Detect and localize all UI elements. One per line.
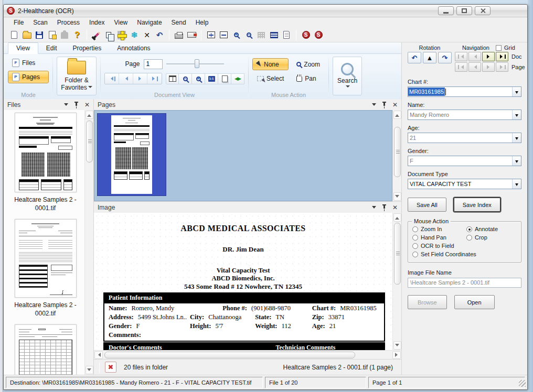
open-button[interactable]: Open (454, 295, 495, 309)
name-dropdown-icon[interactable] (512, 110, 521, 119)
zoom-out-icon[interactable]: − (242, 29, 255, 41)
notes-icon[interactable] (280, 29, 293, 41)
radio-ocr-to-field[interactable]: OCR to Field (412, 243, 454, 249)
actual-size-icon[interactable]: 1:1 (205, 73, 218, 84)
page-number-input[interactable] (144, 59, 163, 69)
name-combobox[interactable]: Mandy Romero (408, 110, 521, 120)
radio-hand-pan[interactable]: Hand Pan (412, 234, 466, 241)
last-doc-button[interactable] (496, 52, 508, 61)
menu-scan[interactable]: Scan (28, 18, 52, 27)
pages-mode-button[interactable]: P Pages (8, 71, 49, 83)
menu-navigate[interactable]: Navigate (132, 18, 166, 27)
panel-menu-icon[interactable] (64, 103, 68, 108)
tab-edit[interactable]: Edit (38, 43, 65, 53)
radio-set-field-coordinates[interactable]: Set Field Coordinates (412, 251, 476, 257)
scrollbar-thumb[interactable] (394, 223, 401, 285)
chart-combobox[interactable]: MR03161985 (408, 86, 521, 97)
grid-checkbox[interactable] (496, 45, 502, 51)
radio-crop[interactable]: Crop (466, 234, 487, 241)
menu-index[interactable]: Index (84, 18, 109, 27)
zoom-in-icon[interactable]: + (230, 29, 242, 41)
mouse-none-button[interactable]: None (252, 58, 289, 70)
next-doc-button[interactable] (482, 52, 495, 61)
selected-page-thumbnail[interactable] (97, 113, 166, 196)
zoom-out-view-icon[interactable]: − (179, 73, 192, 84)
merge-split-icon[interactable] (115, 29, 128, 41)
maximize-button[interactable] (456, 6, 472, 15)
first-doc-button[interactable] (455, 52, 467, 61)
first-page-nav-button[interactable] (455, 62, 467, 72)
properties-icon[interactable] (46, 29, 58, 41)
pages-scrollbar[interactable] (392, 110, 401, 201)
mouse-select-button[interactable]: Select (252, 72, 289, 84)
index-fields-icon[interactable] (268, 29, 280, 41)
age-dropdown-icon[interactable] (512, 133, 521, 143)
file-item-3[interactable] (7, 324, 83, 375)
ocr-pen-icon[interactable] (90, 29, 103, 41)
help-icon[interactable] (71, 29, 83, 41)
file-thumbnail[interactable] (15, 113, 77, 192)
gender-dropdown-icon[interactable] (512, 156, 521, 166)
rotate-flip-button[interactable]: ▲ (423, 52, 436, 63)
rotate-right-button[interactable]: ↷ (438, 52, 452, 63)
scroll-up-icon[interactable] (86, 111, 93, 119)
menu-help[interactable]: Help (191, 18, 214, 27)
menu-send[interactable]: Send (167, 18, 191, 27)
panel-menu-icon[interactable] (372, 206, 376, 211)
previous-page-nav-button[interactable] (468, 62, 481, 72)
pin-icon[interactable] (382, 102, 387, 107)
search-button[interactable]: Search (333, 57, 362, 95)
scroll-down-icon[interactable] (393, 192, 401, 201)
fit-width-icon[interactable] (217, 29, 230, 41)
copy-icon[interactable] (103, 29, 115, 41)
scrollbar-thumb[interactable] (394, 127, 401, 177)
last-page-button[interactable] (147, 73, 162, 84)
save-index-button[interactable]: Save Index (454, 198, 500, 212)
fit-page-view-icon[interactable] (218, 73, 231, 84)
close-button[interactable] (475, 6, 491, 15)
scroll-up-icon[interactable] (393, 213, 401, 222)
send-mail-icon[interactable] (185, 29, 198, 41)
tab-view[interactable]: View (8, 42, 38, 54)
slider-thumb[interactable] (195, 59, 199, 68)
close-panel-icon[interactable] (84, 102, 90, 107)
undo-icon[interactable] (153, 29, 166, 41)
menu-process[interactable]: Process (52, 18, 84, 27)
doctype-dropdown-icon[interactable] (512, 179, 521, 189)
menu-file[interactable]: File (9, 18, 28, 27)
first-page-button[interactable] (105, 73, 119, 84)
mouse-zoom-button[interactable]: Zoom (292, 58, 325, 70)
file-item-2[interactable]: Healtcare Samples 2 - 0002.tif (7, 219, 83, 322)
zoom-slider[interactable] (166, 59, 224, 69)
resize-grip[interactable] (519, 380, 526, 387)
tab-properties[interactable]: Properties (65, 43, 109, 53)
save-icon[interactable] (33, 29, 46, 41)
print-icon[interactable] (173, 29, 185, 41)
freeze-icon[interactable] (128, 29, 141, 41)
chart-dropdown-icon[interactable] (512, 87, 521, 96)
gender-combobox[interactable]: F (408, 156, 521, 166)
file-thumbnail[interactable] (15, 219, 77, 298)
previous-doc-button[interactable] (468, 52, 481, 61)
simpleindex-stop-icon[interactable]: S (312, 29, 325, 41)
previous-page-button[interactable] (119, 73, 133, 84)
scroll-up-icon[interactable] (393, 111, 401, 119)
scroll-down-icon[interactable] (86, 366, 93, 374)
minimize-button[interactable] (438, 6, 454, 15)
file-item-1[interactable]: Healtcare Samples 2 - 0001.tif (7, 113, 83, 217)
scrollbar-thumb[interactable] (86, 121, 93, 162)
split-view-icon[interactable] (166, 73, 179, 84)
document-image-view[interactable]: ABCD MEDICAL ASSOCIATES DR. Jim Dean Vit… (94, 213, 392, 350)
doctype-combobox[interactable]: VITAL CAPACITY TEST (408, 179, 521, 189)
radio-annotate[interactable]: Annotate (466, 226, 498, 232)
files-scrollbar[interactable] (84, 110, 93, 375)
image-file-name-input[interactable]: \Healtcare Samples 2 - 0001.tif (408, 278, 521, 288)
fit-width-view-icon[interactable]: ◀▶ (231, 73, 244, 84)
last-page-nav-button[interactable] (496, 62, 508, 72)
save-all-button[interactable]: Save All (408, 198, 446, 212)
pin-icon[interactable] (74, 102, 79, 107)
open-folder-icon[interactable] (20, 29, 33, 41)
close-panel-icon[interactable] (392, 102, 398, 107)
image-horizontal-scrollbar[interactable] (94, 350, 401, 359)
panel-menu-icon[interactable] (372, 103, 376, 108)
